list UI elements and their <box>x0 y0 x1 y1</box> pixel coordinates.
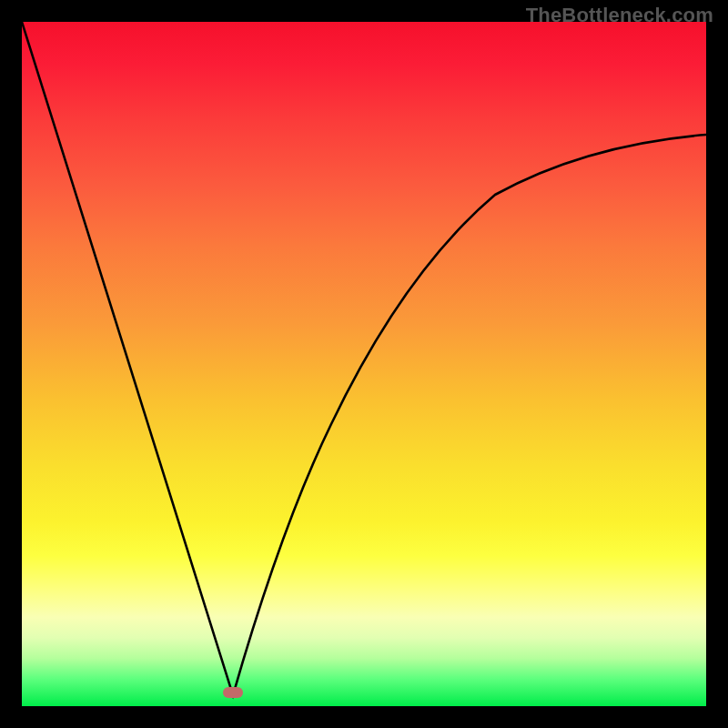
optimal-marker <box>223 687 243 698</box>
bottleneck-curve <box>22 22 706 706</box>
watermark-text: TheBottleneck.com <box>526 4 713 27</box>
chart-frame <box>22 22 706 706</box>
curve-path <box>22 22 706 695</box>
